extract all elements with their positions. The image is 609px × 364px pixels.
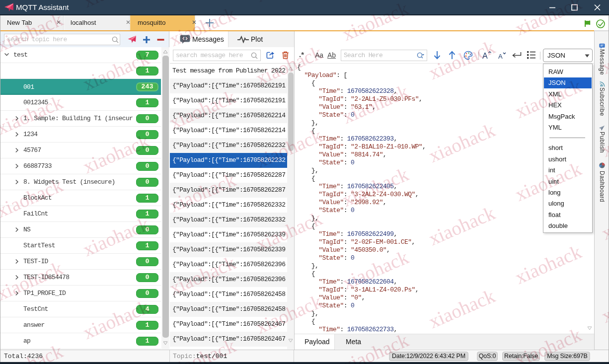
svg-text:A: A bbox=[498, 53, 503, 60]
svg-text:A: A bbox=[482, 52, 488, 60]
